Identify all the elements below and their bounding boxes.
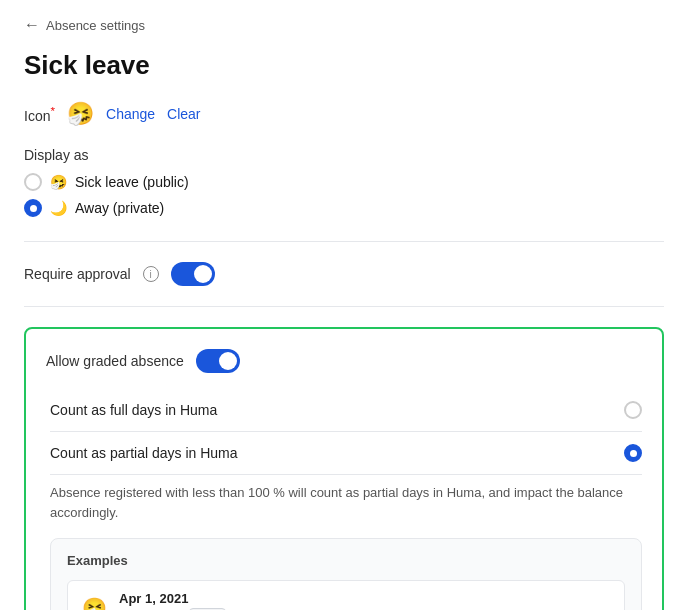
display-public-label: Sick leave (public): [75, 174, 189, 190]
icon-field: Icon* 🤧 Change Clear: [24, 101, 664, 127]
graded-header: Allow graded absence: [46, 349, 642, 373]
display-private-radio[interactable]: [24, 199, 42, 217]
full-days-radio[interactable]: [624, 401, 642, 419]
display-public-option[interactable]: 🤧 Sick leave (public): [24, 173, 664, 191]
display-public-radio[interactable]: [24, 173, 42, 191]
graded-options: Count as full days in Huma Count as part…: [50, 389, 642, 610]
display-as-label: Display as: [24, 147, 664, 163]
clear-icon-button[interactable]: Clear: [167, 106, 200, 122]
divider-2: [24, 306, 664, 307]
display-private-emoji: 🌙: [50, 200, 67, 216]
display-private-label: Away (private): [75, 200, 164, 216]
examples-box: Examples 🤧 Apr 1, 2021 Sick leave · 50 %…: [50, 538, 642, 610]
icon-emoji: 🤧: [67, 101, 94, 127]
require-approval-row: Require approval i: [24, 262, 664, 286]
require-approval-toggle[interactable]: [171, 262, 215, 286]
full-days-label: Count as full days in Huma: [50, 402, 217, 418]
back-arrow-icon: ←: [24, 16, 40, 34]
page-title: Sick leave: [24, 50, 664, 81]
allow-graded-section: Allow graded absence Count as full days …: [24, 327, 664, 610]
display-public-emoji: 🤧: [50, 174, 67, 190]
display-private-option[interactable]: 🌙 Away (private): [24, 199, 664, 217]
require-approval-info-icon[interactable]: i: [143, 266, 159, 282]
require-approval-label: Require approval: [24, 266, 131, 282]
full-days-option-row[interactable]: Count as full days in Huma: [50, 389, 642, 432]
back-nav-label: Absence settings: [46, 18, 145, 33]
partial-days-description: Absence registered with less than 100 % …: [50, 483, 642, 522]
partial-days-radio[interactable]: [624, 444, 642, 462]
example-1-info: Apr 1, 2021 Sick leave · 50 % · 0.5 work…: [119, 591, 312, 610]
example-1-emoji: 🤧: [82, 596, 107, 611]
partial-days-label: Count as partial days in Huma: [50, 445, 238, 461]
examples-title: Examples: [67, 553, 625, 568]
partial-days-option-row[interactable]: Count as partial days in Huma: [50, 432, 642, 475]
allow-graded-toggle[interactable]: [196, 349, 240, 373]
icon-field-label: Icon*: [24, 104, 55, 124]
allow-graded-label: Allow graded absence: [46, 353, 184, 369]
change-icon-button[interactable]: Change: [106, 106, 155, 122]
divider-1: [24, 241, 664, 242]
example-card-1: 🤧 Apr 1, 2021 Sick leave · 50 % · 0.5 wo…: [67, 580, 625, 610]
example-1-date: Apr 1, 2021: [119, 591, 312, 606]
display-as-group: 🤧 Sick leave (public) 🌙 Away (private): [24, 173, 664, 217]
back-navigation[interactable]: ← Absence settings: [24, 16, 664, 34]
